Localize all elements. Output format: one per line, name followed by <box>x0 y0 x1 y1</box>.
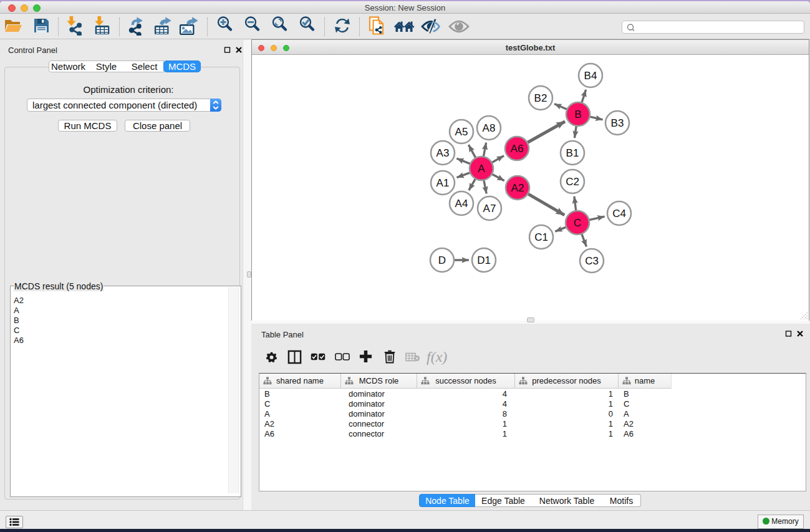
svg-text:A: A <box>478 163 485 175</box>
svg-text:A7: A7 <box>483 203 496 215</box>
svg-text:D1: D1 <box>477 254 491 266</box>
svg-text:A6: A6 <box>511 143 524 155</box>
svg-text:A2: A2 <box>511 182 524 194</box>
svg-text:A4: A4 <box>455 198 468 210</box>
svg-text:B4: B4 <box>584 70 597 82</box>
svg-text:C3: C3 <box>585 255 599 267</box>
svg-text:B2: B2 <box>534 92 547 104</box>
svg-text:A1: A1 <box>436 177 450 189</box>
svg-text:A3: A3 <box>436 147 450 159</box>
svg-text:C1: C1 <box>534 231 548 243</box>
svg-text:D: D <box>438 254 446 266</box>
svg-text:C: C <box>574 217 581 229</box>
svg-text:B1: B1 <box>566 147 579 159</box>
svg-text:A5: A5 <box>455 126 468 138</box>
svg-text:B: B <box>574 109 581 120</box>
svg-text:B3: B3 <box>611 117 624 129</box>
svg-text:C4: C4 <box>612 208 626 220</box>
svg-text:C2: C2 <box>566 176 579 188</box>
svg-text:A8: A8 <box>483 122 496 134</box>
